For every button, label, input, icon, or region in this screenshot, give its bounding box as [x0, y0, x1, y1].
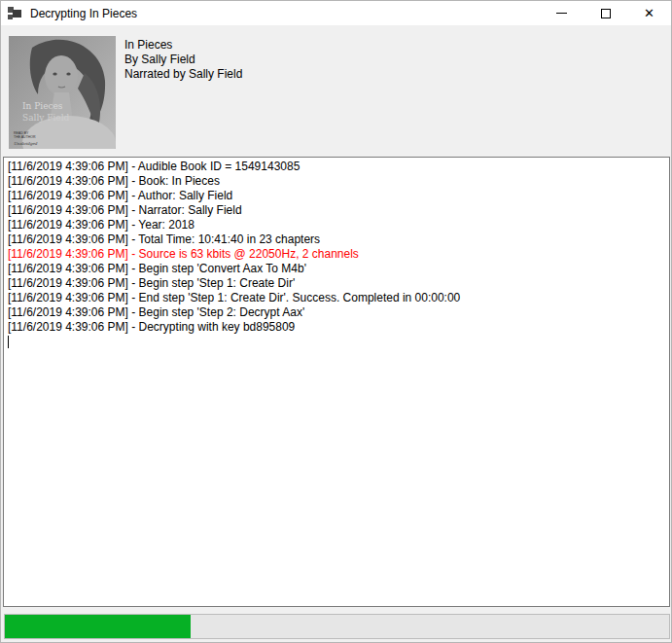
progress-bar — [4, 614, 670, 639]
window-controls: ✕ — [540, 1, 671, 25]
window-title: Decrypting In Pieces — [30, 7, 540, 20]
log-line: [11/6/2019 4:39:06 PM] - Begin step 'Ste… — [8, 305, 665, 320]
text-caret — [8, 336, 9, 348]
close-button[interactable]: ✕ — [627, 1, 671, 25]
progress-fill — [5, 615, 191, 638]
log-line: [11/6/2019 4:39:06 PM] - Year: 2018 — [8, 218, 665, 232]
minimize-button[interactable] — [540, 1, 584, 25]
minimize-icon — [556, 13, 567, 14]
cover-title-text: In Pieces — [22, 101, 63, 111]
book-cover-image: In Pieces Sally Field READ BY THE AUTHOR… — [9, 36, 116, 149]
book-cover-art: In Pieces Sally Field READ BY THE AUTHOR… — [9, 36, 116, 149]
log-line: [11/6/2019 4:39:06 PM] - End step 'Step … — [8, 291, 665, 305]
log-line: [11/6/2019 4:39:06 PM] - Narrator: Sally… — [8, 203, 665, 218]
log-line: [11/6/2019 4:39:06 PM] - Author: Sally F… — [8, 189, 665, 203]
log-lines: [11/6/2019 4:39:06 PM] - Audible Book ID… — [8, 160, 665, 335]
maximize-button[interactable] — [584, 1, 627, 25]
log-line: [11/6/2019 4:39:06 PM] - Decrypting with… — [8, 320, 665, 335]
book-info: In Pieces By Sally Field Narrated by Sal… — [124, 38, 242, 82]
log-line: [11/6/2019 4:39:06 PM] - Book: In Pieces — [8, 174, 665, 189]
book-author: By Sally Field — [124, 53, 242, 67]
title-bar[interactable]: Decrypting In Pieces ✕ — [1, 1, 671, 25]
header-panel: In Pieces Sally Field READ BY THE AUTHOR… — [1, 25, 672, 157]
log-line: [11/6/2019 4:39:06 PM] - Total Time: 10:… — [8, 232, 665, 247]
app-window: Decrypting In Pieces ✕ — [0, 0, 672, 643]
log-line: [11/6/2019 4:39:06 PM] - Audible Book ID… — [8, 160, 665, 174]
maximize-icon — [601, 9, 611, 18]
log-line: [11/6/2019 4:39:06 PM] - Begin step 'Ste… — [8, 276, 665, 291]
cover-badge-line3: Unabridged — [14, 141, 38, 146]
log-textbox[interactable]: [11/6/2019 4:39:06 PM] - Audible Book ID… — [3, 157, 670, 607]
log-line: [11/6/2019 4:39:06 PM] - Source is 63 kb… — [8, 247, 665, 262]
cover-author-text: Sally Field — [22, 113, 70, 123]
app-icon — [8, 6, 22, 20]
book-narrator: Narrated by Sally Field — [124, 67, 242, 82]
book-title: In Pieces — [124, 38, 242, 53]
log-line: [11/6/2019 4:39:06 PM] - Begin step 'Con… — [8, 262, 665, 276]
cover-badge-line2: THE AUTHOR — [14, 135, 36, 139]
